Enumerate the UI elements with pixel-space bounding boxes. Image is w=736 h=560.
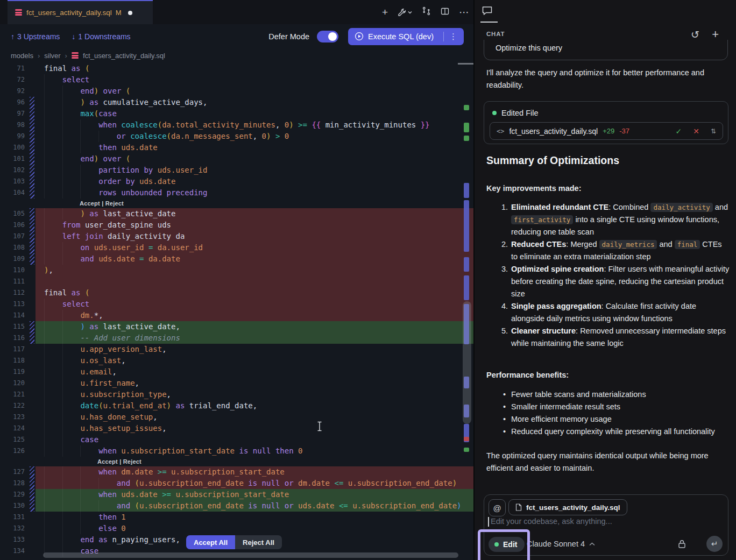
code-line-122[interactable]: 122 date(u.trial_end_at) as trial_end_da…	[0, 400, 473, 412]
code-line-71[interactable]: 71final as (	[0, 63, 473, 74]
code-line-109[interactable]: 109 and uds.date = da.date	[0, 253, 473, 265]
code-line-98[interactable]: 98 when coalesce(da.total_activity_minut…	[0, 119, 473, 131]
line-number: 72	[0, 74, 25, 86]
attached-file-chip[interactable]: fct_users_activity_daily.sql	[508, 499, 627, 515]
deletions-count: -37	[619, 127, 629, 135]
code-line-123[interactable]: 123 u.has_done_setup,	[0, 412, 473, 423]
code-line-111[interactable]: 111	[0, 276, 473, 287]
lock-icon[interactable]	[678, 540, 686, 551]
code-line-101[interactable]: 101 end) over (	[0, 153, 473, 165]
vertical-scrollbar[interactable]	[463, 301, 471, 424]
defer-mode-toggle[interactable]	[317, 31, 338, 42]
breadcrumb-file[interactable]: fct_users_activity_daily.sql	[83, 52, 165, 60]
diff-gutter-indicator	[30, 176, 34, 187]
accept-reject-links[interactable]: Accept | Reject	[80, 199, 124, 208]
code-line-121[interactable]: 121 u.subscription_type,	[0, 389, 473, 400]
code-line-117[interactable]: 117 u.app_version_last,	[0, 344, 473, 355]
code-line-119[interactable]: 119 u.email,	[0, 366, 473, 378]
code-line-128[interactable]: 128 and (u.subscription_end_date is null…	[0, 478, 473, 489]
build-tools-icon[interactable]	[398, 8, 412, 17]
code-line-130[interactable]: 130 and (u.subscription_end_date is null…	[0, 500, 473, 512]
breadcrumb-models[interactable]: models	[11, 52, 33, 60]
breadcrumb: models › silver › fct_users_activity_dai…	[0, 48, 473, 63]
line-number: 112	[0, 287, 25, 299]
play-icon	[355, 32, 364, 41]
edited-file-row[interactable]: <> fct_users_activity_daily.sql +29 -37 …	[490, 122, 723, 140]
accept-file-icon[interactable]: ✓	[675, 127, 682, 136]
ruler-mark	[464, 200, 469, 252]
line-number: 105	[0, 208, 25, 219]
execute-sql-button[interactable]: Execute SQL (dev) ⋮	[348, 28, 464, 45]
line-number: 108	[0, 242, 25, 253]
code-line-115[interactable]: 115 ) as last_active_date,	[0, 321, 473, 332]
line-number: 130	[0, 500, 25, 512]
code-line-129[interactable]: 129 when uds.date >= u.subscription_star…	[0, 489, 473, 500]
code-line-104[interactable]: 104 rows unbounded preceding	[0, 187, 473, 199]
summary-heading: Summary of Optimizations	[486, 154, 619, 167]
tab-active-file[interactable]: fct_users_activity_daily.sql M	[8, 0, 153, 24]
code-line-102[interactable]: 102 partition by uds.user_id	[0, 165, 473, 176]
code-line-99[interactable]: 99 or coalesce(da.n_messages_sent, 0) > …	[0, 131, 473, 142]
code-line-108[interactable]: 108 on uds.user_id = da.user_id	[0, 242, 473, 253]
line-number: 120	[0, 378, 25, 389]
compare-changes-icon[interactable]	[422, 6, 431, 18]
code-line-120[interactable]: 120 u.first_name,	[0, 378, 473, 389]
mention-button[interactable]: @	[489, 499, 506, 516]
improvements-label: Key improvements made:	[486, 182, 581, 195]
chat-bubble-icon[interactable]	[482, 5, 493, 18]
breadcrumb-separator: ›	[65, 52, 67, 60]
code-line-105[interactable]: 105 ) as last_active_date	[0, 208, 473, 219]
execute-options-icon[interactable]: ⋮	[448, 32, 458, 41]
model-selector[interactable]: Claude Sonnet 4	[527, 540, 595, 548]
code-line-126[interactable]: 126 when u.subscription_start_date is nu…	[0, 445, 473, 457]
code-line-110[interactable]: 110),	[0, 265, 473, 276]
diff-gutter-indicator	[30, 478, 34, 489]
diff-gutter-indicator	[30, 97, 34, 108]
code-line-103[interactable]: 103 order by uds.date	[0, 176, 473, 187]
code-line-92[interactable]: 92 end) over (	[0, 86, 473, 97]
upstreams-link[interactable]: ↑ 3 Upstreams	[11, 32, 60, 41]
reject-all-button[interactable]: Reject All	[235, 535, 282, 549]
user-message-text: Optimize this query	[496, 44, 562, 52]
split-editor-icon[interactable]	[441, 7, 449, 18]
model-database-icon	[15, 9, 22, 16]
diff-gutter-indicator	[30, 332, 34, 344]
ruler-mark	[464, 448, 469, 452]
code-line-113[interactable]: 113 select	[0, 299, 473, 310]
line-number: 119	[0, 366, 25, 378]
code-line-97[interactable]: 97 max(case	[0, 108, 473, 119]
code-line-107[interactable]: 107 left join daily_activity da	[0, 231, 473, 242]
accept-all-button[interactable]: Accept All	[186, 535, 235, 549]
code-line-96[interactable]: 96 ) as cumulative_active_days,	[0, 97, 473, 108]
code-line-127[interactable]: 127 when dm.date >= u.subscription_start…	[0, 466, 473, 478]
unsaved-dot-icon	[128, 11, 132, 15]
code-line-132[interactable]: 132 else 0	[0, 523, 473, 534]
code-editor[interactable]: 71final as (72 select92 end) over (96 ) …	[0, 63, 473, 557]
reject-file-icon[interactable]: ✕	[693, 127, 699, 136]
closing-text: The optimized query maintains identical …	[486, 450, 730, 474]
code-line-125[interactable]: 125 case	[0, 434, 473, 445]
chat-history-icon[interactable]: ↺	[691, 29, 699, 41]
accept-reject-links[interactable]: Accept | Reject	[97, 457, 141, 466]
expand-file-icon[interactable]: ⇅	[711, 127, 716, 135]
horizontal-scrollbar[interactable]	[43, 552, 458, 558]
code-line-124[interactable]: 124 u.has_setup_issues,	[0, 423, 473, 434]
code-line-131[interactable]: 131 then 1	[0, 512, 473, 523]
code-line-116[interactable]: 116 -- Add user dimensions	[0, 332, 473, 344]
new-tab-icon[interactable]: +	[382, 7, 388, 18]
code-line-106[interactable]: 106 from user_date_spine uds	[0, 219, 473, 231]
composer-placeholder[interactable]: Edit your codebase, ask anything...	[491, 517, 612, 526]
code-line-100[interactable]: 100 then uds.date	[0, 142, 473, 153]
breadcrumb-silver[interactable]: silver	[44, 52, 60, 60]
additions-count: +29	[603, 127, 614, 135]
send-button[interactable]: ↵	[706, 536, 723, 552]
downstreams-link[interactable]: ↓ 1 Downstreams	[72, 32, 130, 41]
code-line-118[interactable]: 118 u.os_last,	[0, 355, 473, 366]
line-number: 103	[0, 176, 25, 187]
line-number: 104	[0, 187, 25, 199]
code-line-112[interactable]: 112final as (	[0, 287, 473, 299]
benefits-label: Performance benefits:	[486, 369, 569, 381]
code-line-114[interactable]: 114 dm.*,	[0, 310, 473, 321]
code-line-72[interactable]: 72 select	[0, 74, 473, 86]
line-number: 109	[0, 253, 25, 265]
